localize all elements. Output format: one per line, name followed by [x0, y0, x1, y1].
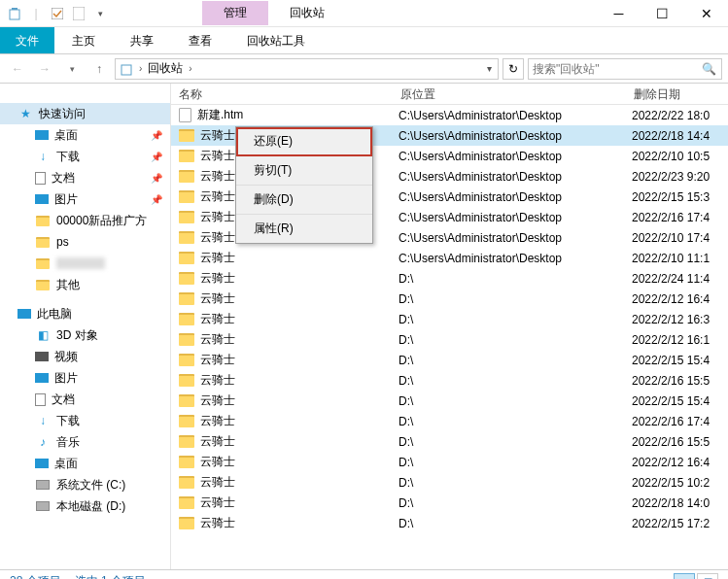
- tree-folder-promo[interactable]: 00000新品推广方: [0, 210, 170, 231]
- file-location: D:\: [393, 456, 626, 469]
- file-location: C:\Users\Administrator\Desktop: [393, 170, 626, 184]
- file-location: D:\: [393, 333, 626, 347]
- table-row[interactable]: 云骑士D:\2022/2/18 14:0: [171, 493, 728, 513]
- tree-local-disk[interactable]: 本地磁盘 (D:): [0, 495, 170, 517]
- refresh-button[interactable]: ↻: [503, 58, 524, 80]
- tab-file[interactable]: 文件: [0, 27, 54, 53]
- address-bar[interactable]: › 回收站 › ▾: [115, 58, 499, 80]
- svg-rect-1: [12, 8, 17, 10]
- folder-icon: [179, 292, 194, 305]
- title-tab-group: 管理 回收站: [202, 1, 346, 25]
- chevron-right-icon[interactable]: ›: [139, 63, 142, 74]
- tree-pictures2[interactable]: 图片: [0, 367, 170, 389]
- tab-recycle-title: 回收站: [268, 1, 346, 25]
- file-name: 云骑士: [200, 474, 235, 491]
- tree-downloads[interactable]: ↓下载📌: [0, 146, 170, 167]
- separator-icon: |: [27, 5, 45, 22]
- file-date: 2022/2/22 18:0: [626, 109, 728, 122]
- maximize-button[interactable]: ☐: [641, 0, 684, 27]
- picture-icon: [35, 373, 49, 383]
- title-bar: | ▾ 管理 回收站 ─ ☐ ✕: [0, 0, 728, 27]
- table-row[interactable]: 云骑士D:\2022/2/24 11:4: [171, 268, 728, 289]
- menu-delete[interactable]: 删除(D): [236, 186, 372, 215]
- svg-rect-2: [52, 8, 63, 19]
- tree-video[interactable]: 视频: [0, 346, 170, 367]
- nav-forward-button[interactable]: →: [33, 58, 56, 80]
- close-button[interactable]: ✕: [684, 0, 728, 27]
- table-row[interactable]: 云骑士D:\2022/2/12 16:4: [171, 289, 728, 309]
- details-view-button[interactable]: ≡: [674, 573, 695, 580]
- menu-restore[interactable]: 还原(E): [236, 127, 372, 156]
- tree-documents[interactable]: 文档📌: [0, 167, 170, 188]
- tree-this-pc[interactable]: 此电脑: [0, 303, 170, 324]
- file-date: 2022/2/10 10:5: [626, 150, 728, 163]
- menu-cut[interactable]: 剪切(T): [236, 156, 372, 186]
- address-dropdown-icon[interactable]: ▾: [487, 63, 492, 74]
- document-icon: [35, 393, 46, 406]
- file-name: 云骑士: [200, 229, 235, 246]
- tree-desktop[interactable]: 桌面📌: [0, 124, 170, 146]
- tree-3d-objects[interactable]: ◧3D 对象: [0, 324, 170, 346]
- file-name: 云骑士: [200, 311, 235, 327]
- window-controls: ─ ☐ ✕: [597, 0, 728, 27]
- tab-share[interactable]: 共享: [113, 27, 171, 53]
- col-location[interactable]: 原位置: [393, 84, 626, 104]
- tree-system-disk[interactable]: 系统文件 (C:): [0, 474, 170, 495]
- file-date: 2022/2/12 16:4: [626, 292, 728, 306]
- folder-icon: [179, 231, 194, 244]
- tree-quick-access[interactable]: ★快速访问: [0, 103, 170, 124]
- table-row[interactable]: 云骑士D:\2022/2/16 15:5: [171, 370, 728, 391]
- folder-icon: [179, 496, 194, 509]
- table-row[interactable]: 云骑士D:\2022/2/16 17:4: [171, 411, 728, 431]
- breadcrumb-root[interactable]: 回收站: [148, 60, 183, 77]
- tab-home[interactable]: 主页: [54, 27, 113, 53]
- tree-music[interactable]: ♪音乐: [0, 431, 170, 453]
- desktop-icon: [35, 459, 49, 468]
- table-row[interactable]: 云骑士D:\2022/2/12 16:4: [171, 452, 728, 472]
- status-item-count: 28 个项目: [10, 573, 61, 579]
- tree-documents2[interactable]: 文档: [0, 389, 170, 410]
- table-row[interactable]: 云骑士C:\Users\Administrator\Desktop2022/2/…: [171, 248, 728, 268]
- table-row[interactable]: 云骑士D:\2022/2/15 15:4: [171, 391, 728, 411]
- nav-up-button[interactable]: ↑: [87, 58, 111, 80]
- pin-icon: 📌: [151, 152, 162, 162]
- folder-icon: [179, 517, 194, 529]
- nav-back-button[interactable]: ←: [6, 58, 29, 80]
- file-date: 2022/2/24 11:4: [626, 272, 728, 286]
- nav-bar: ← → ▾ ↑ › 回收站 › ▾ ↻ 🔍: [0, 54, 728, 84]
- folder-icon: [179, 354, 194, 366]
- checkbox-icon[interactable]: [49, 5, 66, 22]
- dropdown-icon[interactable]: ▾: [91, 5, 109, 22]
- search-box[interactable]: 🔍: [528, 58, 722, 80]
- table-row[interactable]: 云骑士D:\2022/2/15 10:2: [171, 472, 728, 493]
- menu-properties[interactable]: 属性(R): [236, 215, 372, 243]
- table-row[interactable]: 云骑士D:\2022/2/12 16:1: [171, 329, 728, 350]
- table-row[interactable]: 云骑士D:\2022/2/16 15:5: [171, 431, 728, 452]
- col-name[interactable]: 名称: [171, 84, 393, 104]
- cube-icon: ◧: [35, 327, 51, 343]
- tab-view[interactable]: 查看: [171, 27, 229, 53]
- nav-recent-dropdown[interactable]: ▾: [60, 58, 84, 80]
- properties-icon[interactable]: [70, 5, 87, 22]
- tab-recycle-tools[interactable]: 回收站工具: [229, 27, 323, 53]
- tree-folder-blurred[interactable]: [0, 253, 170, 274]
- table-row[interactable]: 云骑士D:\2022/2/15 15:4: [171, 350, 728, 370]
- desktop-icon: [35, 130, 49, 140]
- pin-icon: 📌: [151, 194, 162, 205]
- tree-desktop2[interactable]: 桌面: [0, 453, 170, 474]
- col-date[interactable]: 删除日期: [626, 84, 728, 104]
- tree-downloads2[interactable]: ↓下载: [0, 410, 170, 431]
- minimize-button[interactable]: ─: [597, 0, 641, 27]
- table-row[interactable]: 云骑士D:\2022/2/12 16:3: [171, 309, 728, 329]
- chevron-right-icon[interactable]: ›: [189, 63, 191, 74]
- tree-folder-ps[interactable]: ps: [0, 231, 170, 253]
- tree-folder-other[interactable]: 其他: [0, 274, 170, 295]
- folder-icon: [179, 374, 194, 387]
- tab-manage[interactable]: 管理: [202, 1, 268, 25]
- tree-pictures[interactable]: 图片📌: [0, 188, 170, 210]
- icons-view-button[interactable]: ▦: [697, 573, 718, 580]
- table-row[interactable]: 云骑士D:\2022/2/15 17:2: [171, 513, 728, 533]
- table-row[interactable]: 新建.htmC:\Users\Administrator\Desktop2022…: [171, 105, 728, 125]
- search-icon[interactable]: 🔍: [700, 62, 717, 76]
- search-input[interactable]: [533, 62, 700, 76]
